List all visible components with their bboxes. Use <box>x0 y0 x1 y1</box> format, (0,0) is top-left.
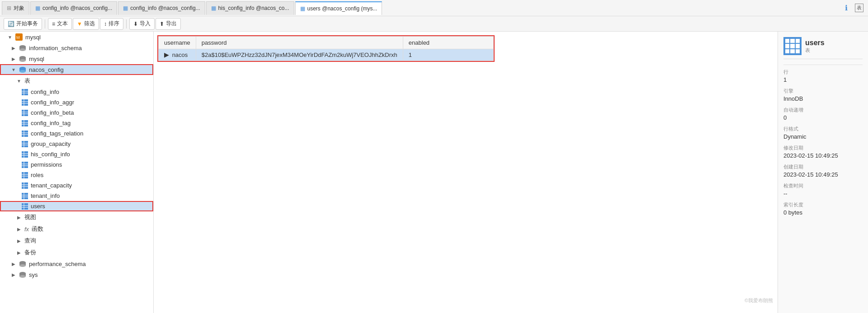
sidebar-item-mysql[interactable]: ▶ mysql <box>0 53 153 64</box>
svg-rect-51 <box>22 193 28 199</box>
export-btn[interactable]: ⬆ 导出 <box>156 18 181 30</box>
sidebar-table-tenant-capacity[interactable]: tenant_capacity <box>0 180 153 191</box>
fx-icon: fx <box>24 226 29 233</box>
sidebar-table-users[interactable]: users <box>0 201 153 211</box>
sidebar-item-performance-schema[interactable]: ▶ performance_schema <box>0 258 153 269</box>
expand-icon-views: ▶ <box>16 215 22 220</box>
import-btn[interactable]: ⬇ 导入 <box>129 18 155 30</box>
content-area: username password enabled ▶ nacos $2a$10… <box>154 32 778 313</box>
sidebar-table-config-tags-relation[interactable]: config_tags_relation <box>0 128 153 139</box>
sidebar-item-sys[interactable]: ▶ sys <box>0 269 153 280</box>
sidebar-table-config-info-tag[interactable]: config_info_tag <box>0 118 153 128</box>
table-big-icon <box>783 37 802 55</box>
sidebar-table-roles[interactable]: roles <box>0 170 153 180</box>
info-row-check-time: 检查时间 -- <box>783 182 863 197</box>
svg-rect-31 <box>22 141 28 147</box>
sidebar-section-tables[interactable]: ▼ 表 <box>0 75 153 87</box>
info-icon-btn[interactable]: ℹ <box>841 3 852 14</box>
tab-object[interactable]: ⊞ 对象 <box>2 1 29 15</box>
table-icon-config-tags-relation <box>22 131 28 137</box>
svg-rect-55 <box>22 203 28 210</box>
col-header-username[interactable]: username <box>159 37 196 49</box>
sort-icon: ↕ <box>104 21 107 27</box>
tab-his-config[interactable]: ▦ his_config_info @nacos_co... <box>206 1 294 15</box>
svg-point-10 <box>19 70 26 73</box>
svg-rect-47 <box>22 182 28 189</box>
sidebar-table-group-capacity[interactable]: group_capacity <box>0 139 153 149</box>
toolbar-sep-2 <box>126 19 127 28</box>
info-divider-1 <box>783 65 863 65</box>
tab-config-info-1[interactable]: ▦ config_info @nacos_config... <box>30 1 117 15</box>
table-icon-tenant-capacity <box>22 182 28 189</box>
sidebar-table-config-info[interactable]: config_info <box>0 87 153 97</box>
tab-config-info-2[interactable]: ▦ config_info @nacos_config... <box>118 1 205 15</box>
sidebar-section-functions[interactable]: ▶ fx 函数 <box>0 223 153 235</box>
table-icon-tenant-info <box>22 193 28 199</box>
sidebar: ▼ M mysql ▶ information_schema ▶ mysql ▼… <box>0 32 154 313</box>
sidebar-table-config-info-aggr[interactable]: config_info_aggr <box>0 97 153 107</box>
table-icon-users <box>22 203 28 210</box>
svg-point-61 <box>19 264 26 267</box>
table-icon-config-info-tag <box>22 120 28 126</box>
filter-btn[interactable]: ▼ 筛选 <box>73 18 99 30</box>
mysql-icon: M <box>15 33 23 41</box>
sidebar-section-backup[interactable]: ▶ 备份 <box>0 247 153 258</box>
tab-bar: ⊞ 对象 ▦ config_info @nacos_config... ▦ co… <box>0 0 868 16</box>
table-icon-2: ▦ <box>123 5 128 11</box>
info-row-index-length: 索引长度 0 bytes <box>783 201 863 216</box>
table-icon-1: ▦ <box>35 5 40 11</box>
sidebar-root-mysql[interactable]: ▼ M mysql <box>0 32 153 42</box>
cell-password: $2a$10$EuWPZHzz32dJN7jexM34MOeYirDdFAZm2… <box>196 49 403 61</box>
svg-rect-15 <box>22 99 28 106</box>
info-row-engine: 引擎 InnoDB <box>783 88 863 102</box>
right-panel-title: users <box>805 39 825 47</box>
sort-btn[interactable]: ↕ 排序 <box>100 18 123 30</box>
row-indicator: ▶ <box>164 51 170 58</box>
toolbar: 🔄 开始事务 ≡ 文本 ▼ 筛选 ↕ 排序 ⬇ 导入 ⬆ 导出 <box>0 16 868 32</box>
info-icon: ℹ <box>845 4 848 12</box>
svg-rect-11 <box>22 89 28 95</box>
filter-icon: ▼ <box>77 21 82 27</box>
right-panel-subtitle: 表 <box>805 47 825 54</box>
sidebar-table-config-info-beta[interactable]: config_info_beta <box>0 107 153 118</box>
info-row-row-format: 行格式 Dynamic <box>783 126 863 140</box>
expand-icon-backup: ▶ <box>16 250 22 255</box>
col-header-password[interactable]: password <box>196 37 403 49</box>
table-icon-his-config-info <box>22 151 28 158</box>
expand-icon-mysql-db: ▶ <box>11 56 16 61</box>
ddl-btn[interactable]: 表 <box>854 3 864 14</box>
svg-text:M: M <box>16 35 20 40</box>
sidebar-table-permissions[interactable]: permissions <box>0 159 153 170</box>
main-layout: ▼ M mysql ▶ information_schema ▶ mysql ▼… <box>0 32 868 313</box>
info-row-auto-increment: 自动递增 0 <box>783 107 863 121</box>
begin-transaction-btn[interactable]: 🔄 开始事务 <box>4 18 42 30</box>
sidebar-item-information-schema[interactable]: ▶ information_schema <box>0 42 153 53</box>
svg-rect-19 <box>22 110 28 116</box>
tab-users[interactable]: ▦ users @nacos_config (mys... <box>295 1 382 15</box>
sidebar-item-nacos-config[interactable]: ▼ nacos_config <box>0 64 153 75</box>
text-btn[interactable]: ≡ 文本 <box>48 18 72 30</box>
db-icon-nacos <box>19 66 26 73</box>
table-icon-config-info-beta <box>22 110 28 116</box>
sidebar-table-his-config-info[interactable]: his_config_info <box>0 149 153 159</box>
transaction-icon: 🔄 <box>8 21 14 27</box>
db-icon-mysql <box>19 55 26 62</box>
expand-icon-queries: ▶ <box>16 238 22 243</box>
toolbar-sep-1 <box>45 19 45 28</box>
col-header-enabled[interactable]: enabled <box>403 37 493 49</box>
table-row[interactable]: ▶ nacos $2a$10$EuWPZHzz32dJN7jexM34MOeYi… <box>159 49 494 61</box>
sidebar-section-views[interactable]: ▶ 视图 <box>0 211 153 223</box>
info-row-modified: 修改日期 2023-02-15 10:49:25 <box>783 145 863 159</box>
db-icon-perf <box>19 260 26 267</box>
sidebar-section-queries[interactable]: ▶ 查询 <box>0 235 153 247</box>
svg-point-64 <box>19 275 26 278</box>
expand-icon-nacos: ▼ <box>11 67 16 72</box>
cell-username: ▶ nacos <box>159 49 196 61</box>
data-table-wrap: username password enabled ▶ nacos $2a$10… <box>154 32 778 313</box>
data-table: username password enabled ▶ nacos $2a$10… <box>158 36 494 61</box>
table-icon-3: ▦ <box>211 5 216 11</box>
table-icon-config-info <box>22 89 28 95</box>
expand-icon-info-schema: ▶ <box>11 46 16 51</box>
sidebar-table-tenant-info[interactable]: tenant_info <box>0 191 153 201</box>
right-panel-header: users 表 <box>783 37 863 59</box>
